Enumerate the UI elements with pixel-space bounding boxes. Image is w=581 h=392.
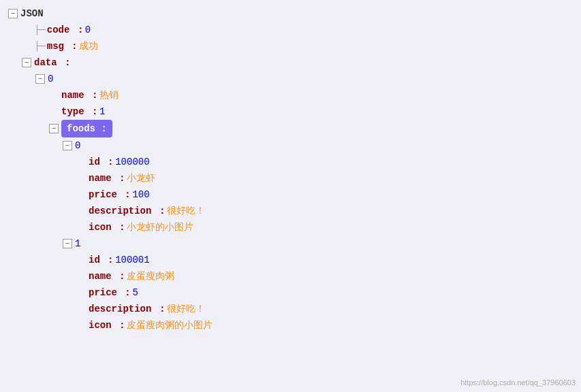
data-item0-index: 0 [48, 71, 53, 87]
msg-value: 成功 [79, 38, 98, 54]
food1-icon-value: 皮蛋瘦肉粥的小图片 [127, 317, 213, 333]
food0-name-key: name ： [89, 170, 127, 186]
food1-name-key: name ： [89, 268, 127, 284]
food1-desc-value: 很好吃！ [167, 301, 205, 317]
msg-key: msg ： [47, 38, 80, 54]
food0-desc-value: 很好吃！ [167, 203, 205, 219]
food1-toggle[interactable]: − [63, 239, 72, 248]
food0-id-key: id ： [89, 154, 115, 170]
food0-id-line: id ： 100000 [8, 154, 573, 170]
foods-key[interactable]: foods : [61, 120, 112, 137]
food1-desc-key: description ： [89, 301, 167, 317]
food0-desc-key: description ： [89, 203, 167, 219]
data-toggle[interactable]: − [22, 58, 31, 67]
food0-price-line: price ： 100 [8, 186, 573, 203]
food0-id-value: 100000 [115, 154, 149, 170]
name-key: name ： [61, 87, 99, 103]
root-toggle[interactable]: − [8, 9, 18, 18]
food1-desc-line: description ： 很好吃！ [8, 301, 573, 317]
watermark: https://blog.csdn.net/qq_37960603 [460, 378, 576, 387]
food0-icon-key: icon ： [89, 219, 127, 235]
code-value: 0 [85, 22, 91, 38]
root-line: − JSON [8, 5, 573, 22]
food1-line: − 1 [8, 235, 573, 252]
food1-price-value: 5 [132, 284, 138, 301]
food1-icon-key: icon ： [89, 317, 127, 333]
data-line: − data ： [8, 54, 573, 71]
food1-icon-line: icon ： 皮蛋瘦肉粥的小图片 [8, 317, 573, 333]
food1-name-value: 皮蛋瘦肉粥 [127, 268, 174, 284]
food1-id-key: id ： [89, 252, 115, 268]
code-key: code ： [47, 22, 85, 38]
msg-line: ├─ msg ： 成功 [8, 38, 573, 54]
type-key: type ： [61, 103, 99, 120]
food1-id-value: 100001 [115, 252, 149, 268]
food0-name-value: 小龙虾 [127, 170, 155, 186]
food1-price-key: price ： [89, 284, 132, 301]
name-value: 热销 [99, 87, 119, 103]
food0-name-line: name ： 小龙虾 [8, 170, 573, 186]
type-line: type ： 1 [8, 103, 573, 120]
data-key: data ： [34, 54, 72, 71]
food0-price-key: price ： [89, 186, 132, 203]
data-item0-line: − 0 [8, 71, 573, 87]
food0-index: 0 [75, 137, 80, 154]
food1-id-line: id ： 100001 [8, 252, 573, 268]
food1-name-line: name ： 皮蛋瘦肉粥 [8, 268, 573, 284]
food0-line: − 0 [8, 137, 573, 154]
food0-toggle[interactable]: − [63, 141, 72, 150]
food1-index: 1 [75, 235, 80, 252]
foods-toggle[interactable]: − [49, 124, 59, 133]
type-value: 1 [99, 103, 105, 120]
json-viewer: − JSON ├─ code ： 0 ├─ msg ： 成功 − data ： … [8, 5, 573, 333]
food0-icon-line: icon ： 小龙虾的小图片 [8, 219, 573, 235]
code-line: ├─ code ： 0 [8, 22, 573, 38]
foods-line: − foods : [8, 120, 573, 137]
food0-icon-value: 小龙虾的小图片 [127, 219, 193, 235]
food1-price-line: price ： 5 [8, 284, 573, 301]
name-line: name ： 热销 [8, 87, 573, 103]
data-item0-toggle[interactable]: − [35, 74, 45, 84]
food0-price-value: 100 [132, 186, 149, 203]
root-label: JSON [20, 5, 44, 22]
food0-desc-line: description ： 很好吃！ [8, 203, 573, 219]
